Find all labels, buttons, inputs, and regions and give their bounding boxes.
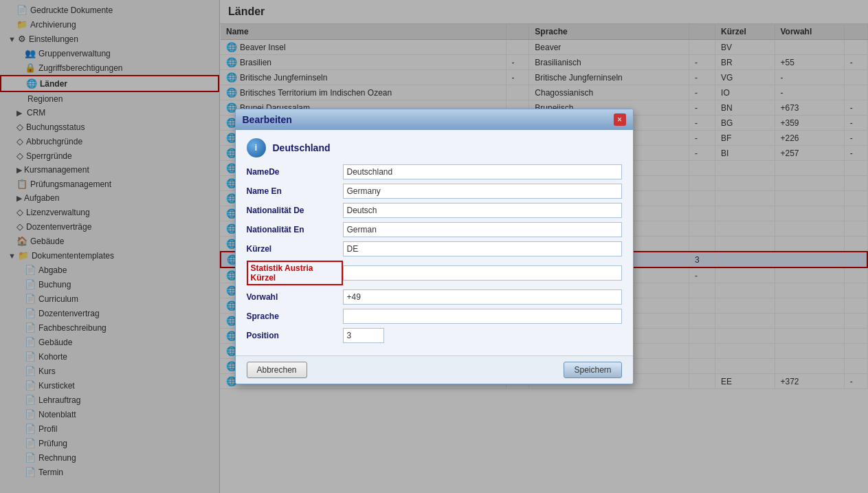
modal-title-bar: Bearbeiten × xyxy=(236,109,633,130)
form-row-vorwahl: Vorwahl xyxy=(247,289,622,305)
input-sprache[interactable] xyxy=(343,309,622,324)
form-row-statistik: Statistik Austria Kürzel xyxy=(247,261,622,285)
edit-modal: Bearbeiten × i Deutschland NameDe Name E… xyxy=(235,109,634,384)
input-position[interactable] xyxy=(343,328,384,343)
modal-body: i Deutschland NameDe Name En Nationalitä… xyxy=(236,130,633,355)
input-statistik[interactable] xyxy=(343,265,622,281)
form-row-nat-de: Nationalität De xyxy=(247,203,622,218)
form-row-kuerzel: Kürzel xyxy=(247,241,622,256)
label-kuerzel: Kürzel xyxy=(247,244,343,254)
input-vorwahl[interactable] xyxy=(343,289,622,305)
modal-overlay: Bearbeiten × i Deutschland NameDe Name E… xyxy=(0,0,868,493)
input-nat-en[interactable] xyxy=(343,222,622,237)
input-kuerzel[interactable] xyxy=(343,241,622,256)
form-row-name-de: NameDe xyxy=(247,164,622,179)
save-button[interactable]: Speichern xyxy=(564,362,621,378)
label-nat-de: Nationalität De xyxy=(247,206,343,215)
form-row-nat-en: Nationalität En xyxy=(247,222,622,237)
input-name-de[interactable] xyxy=(343,164,622,179)
input-name-en[interactable] xyxy=(343,184,622,199)
modal-info-icon: i xyxy=(247,138,266,157)
modal-country-name: Deutschland xyxy=(273,142,331,153)
label-nat-en: Nationalität En xyxy=(247,225,343,234)
modal-footer: Abbrechen Speichern xyxy=(236,355,633,384)
label-name-de: NameDe xyxy=(247,167,343,177)
label-name-en: Name En xyxy=(247,186,343,196)
label-vorwahl: Vorwahl xyxy=(247,292,343,302)
input-nat-de[interactable] xyxy=(343,203,622,218)
label-position: Position xyxy=(247,331,343,340)
modal-info-row: i Deutschland xyxy=(247,138,622,157)
modal-title: Bearbeiten xyxy=(243,114,292,125)
form-row-name-en: Name En xyxy=(247,184,622,199)
modal-close-button[interactable]: × xyxy=(614,113,626,126)
form-row-sprache: Sprache xyxy=(247,309,622,324)
label-statistik: Statistik Austria Kürzel xyxy=(247,261,343,285)
cancel-button[interactable]: Abbrechen xyxy=(247,362,307,378)
label-sprache: Sprache xyxy=(247,311,343,321)
form-row-position: Position xyxy=(247,328,622,343)
